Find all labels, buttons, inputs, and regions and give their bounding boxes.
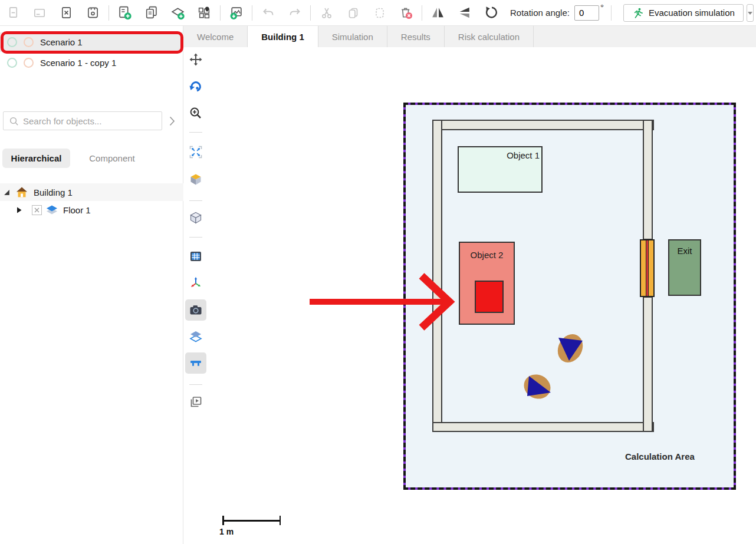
tab-hierarchical-label: Hierarchical	[11, 153, 62, 163]
tab-simulation[interactable]: Simulation	[318, 26, 387, 47]
degree-symbol: °	[600, 2, 604, 12]
tab-building-1[interactable]: Building 1	[248, 26, 318, 47]
tab-results[interactable]: Results	[387, 26, 445, 47]
object-2-fire-source[interactable]	[475, 281, 504, 313]
add-zone-icon[interactable]	[165, 2, 191, 24]
agent-1[interactable]	[553, 329, 588, 368]
cut-icon[interactable]	[313, 2, 340, 24]
scenario-status-ring-orange	[24, 58, 34, 68]
exit-label: Exit	[677, 246, 692, 256]
screenshot-tool-icon[interactable]	[189, 304, 202, 316]
import-image-icon[interactable]	[223, 2, 249, 24]
evacuation-simulation-button[interactable]: Evacuation simulation	[623, 4, 744, 22]
tab-label: Welcome	[197, 32, 234, 42]
map-substrate-icon[interactable]	[191, 2, 218, 24]
object-1-label: Object 1	[507, 150, 540, 160]
paste-marquee-icon[interactable]	[366, 2, 393, 24]
rotation-angle-input[interactable]	[574, 5, 599, 21]
fit-to-view-tool-icon[interactable]	[189, 146, 202, 159]
object-2[interactable]: Object 2	[459, 242, 515, 325]
tab-label: Building 1	[261, 32, 304, 42]
redo-icon[interactable]	[281, 2, 308, 24]
scenario-status-ring-green	[7, 37, 17, 47]
exit-zone[interactable]: Exit	[668, 239, 701, 296]
layers-tool-icon[interactable]	[189, 330, 202, 343]
tab-label: Results	[401, 32, 430, 42]
close-project-icon[interactable]	[53, 2, 80, 24]
floor-label: Floor 1	[63, 205, 91, 215]
floor-icon	[45, 205, 58, 215]
tab-label: Simulation	[332, 32, 373, 42]
building-icon	[16, 186, 28, 198]
chevron-down-icon	[747, 11, 753, 15]
simulation-dropdown-button[interactable]	[747, 4, 754, 22]
rotate-view-tool-icon[interactable]	[189, 80, 202, 93]
open-project-icon[interactable]	[27, 2, 53, 24]
zoom-in-tool-icon[interactable]	[189, 107, 202, 120]
axes-tool-icon[interactable]	[189, 276, 202, 289]
agent-2[interactable]	[518, 370, 557, 405]
door[interactable]	[640, 239, 655, 297]
copy-scenario-icon[interactable]	[138, 2, 165, 24]
slideshow-tool-icon[interactable]	[189, 395, 202, 408]
scenario-label: Scenario 1 - copy 1	[40, 58, 116, 68]
flip-horizontal-icon[interactable]	[425, 2, 451, 24]
object-2-label: Object 2	[471, 250, 504, 260]
scale-bar	[223, 520, 280, 522]
search-input[interactable]	[23, 116, 150, 126]
scenario-label: Scenario 1	[40, 37, 83, 47]
annotation-arrow	[301, 268, 460, 336]
building-label: Building 1	[34, 187, 73, 197]
tab-component-label: Component	[89, 153, 135, 163]
wireframe-view-tool-icon[interactable]	[189, 211, 202, 224]
wall-right-lower[interactable]	[643, 296, 653, 432]
drawing-canvas[interactable]: Object 1 Object 2 Exit Calculation Area …	[183, 47, 756, 544]
view-3d-tool-icon[interactable]	[189, 173, 202, 186]
save-project-icon[interactable]	[80, 2, 106, 24]
wall-top[interactable]	[432, 120, 654, 130]
tree-item-building[interactable]: Building 1	[0, 183, 183, 201]
runner-icon	[632, 7, 644, 19]
left-panel: Scenario 1 Scenario 1 - copy 1 Hierarchi…	[0, 26, 183, 544]
undo-icon[interactable]	[255, 2, 281, 24]
add-scenario-icon[interactable]	[111, 2, 138, 24]
scale-bar-tool-icon[interactable]	[189, 357, 202, 370]
tree-expanded-icon[interactable]	[4, 189, 10, 196]
scale-bar-label: 1 m	[219, 527, 234, 536]
copy-icon[interactable]	[340, 2, 366, 24]
scale-bar-tick	[222, 516, 224, 525]
calculation-area-label: Calculation Area	[625, 451, 695, 461]
move-tool-icon[interactable]	[189, 53, 202, 66]
scenario-status-ring-orange	[24, 37, 34, 47]
wall-right-upper[interactable]	[643, 120, 653, 240]
search-box[interactable]	[3, 111, 162, 130]
new-project-icon[interactable]	[0, 2, 27, 24]
evacuation-simulation-label: Evacuation simulation	[649, 8, 735, 18]
wall-bottom[interactable]	[432, 422, 654, 432]
top-toolbar: Rotation angle: ° Evacuation simulation	[0, 0, 756, 26]
scenario-row-2[interactable]: Scenario 1 - copy 1	[0, 54, 183, 71]
tab-welcome[interactable]: Welcome	[183, 26, 248, 47]
floor-visibility-checkbox[interactable]	[32, 205, 42, 215]
tab-label: Risk calculation	[458, 32, 520, 42]
x-mark-icon	[34, 207, 40, 213]
search-expand-button[interactable]	[165, 113, 179, 128]
grid-tool-icon[interactable]	[189, 250, 202, 263]
object-1[interactable]: Object 1	[458, 146, 543, 193]
search-icon	[9, 116, 19, 126]
main-tab-bar: Welcome Building 1 Simulation Results Ri…	[183, 26, 756, 47]
scale-bar-tick	[280, 516, 281, 525]
rotation-angle-label: Rotation angle:	[510, 8, 570, 18]
scenario-status-ring-green	[7, 58, 17, 68]
tab-risk-calculation[interactable]: Risk calculation	[445, 26, 534, 47]
chevron-right-icon	[169, 116, 175, 126]
tab-component[interactable]: Component	[80, 149, 144, 168]
flip-vertical-icon[interactable]	[451, 2, 478, 24]
tab-hierarchical[interactable]: Hierarchical	[2, 149, 70, 168]
tree-item-floor[interactable]: Floor 1	[0, 201, 183, 219]
tree-collapsed-icon[interactable]	[17, 207, 22, 213]
delete-icon[interactable]	[393, 2, 419, 24]
scenario-row-1[interactable]: Scenario 1	[0, 32, 183, 52]
rotate-left-icon[interactable]	[478, 2, 504, 24]
